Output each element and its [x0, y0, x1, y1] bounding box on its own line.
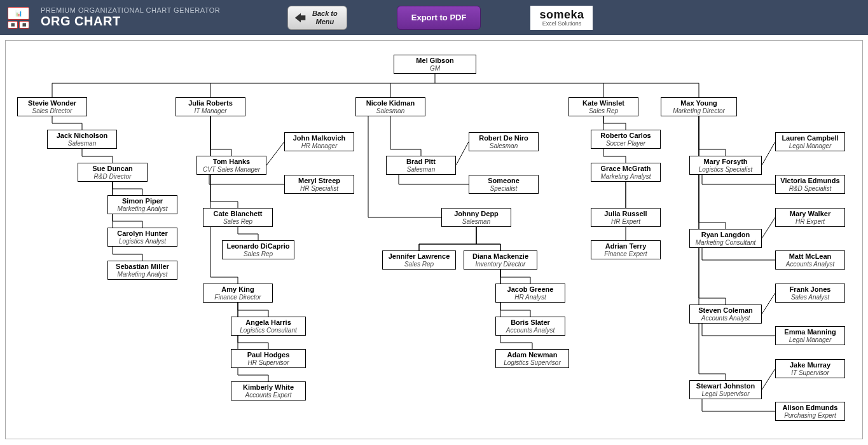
brand-logo: someka Excel Solutions [530, 6, 593, 30]
org-node[interactable]: SomeoneSpecialist [469, 175, 539, 194]
svg-line-96 [762, 293, 775, 314]
node-role: HR Expert [594, 218, 658, 226]
node-name: Leonardo DiCaprio [225, 242, 291, 250]
org-node[interactable]: Steven ColemanAccounts Analyst [689, 305, 762, 324]
node-name: Johnny Depp [444, 210, 508, 218]
org-node[interactable]: Roberto CarlosSoccer Player [591, 130, 661, 149]
org-node[interactable]: Lauren CampbellLegal Manager [775, 132, 845, 151]
node-name: Roberto Carlos [594, 132, 658, 140]
node-role: Legal Manager [778, 336, 842, 344]
org-node[interactable]: Mary WalkerHR Expert [775, 208, 845, 227]
node-role: Soccer Player [594, 140, 658, 147]
org-node[interactable]: Sue DuncanR&D Director [78, 163, 148, 182]
node-name: Someone [472, 177, 535, 185]
node-name: Max Young [664, 99, 734, 107]
node-role: HR Supervisor [234, 359, 303, 367]
node-name: Steven Coleman [692, 306, 759, 315]
node-name: Jacob Greene [499, 285, 562, 294]
org-node[interactable]: Frank JonesSales Analyst [775, 284, 845, 303]
node-name: Kate Winslet [572, 99, 635, 107]
node-role: IT Manager [179, 107, 242, 115]
node-name: Robert De Niro [472, 134, 535, 142]
org-node[interactable]: Jacob GreeneHR Analyst [495, 284, 565, 303]
node-name: Boris Slater [499, 318, 562, 327]
svg-line-49 [456, 142, 469, 165]
org-node[interactable]: Stevie WonderSales Director [17, 97, 87, 116]
org-node[interactable]: Tom HanksCVT Sales Manager [196, 156, 266, 175]
org-node[interactable]: Sebastian MillerMarketing Analyst [107, 261, 177, 280]
node-name: Adam Newman [499, 351, 566, 359]
org-node[interactable]: Mary ForsythLogistics Specialist [689, 156, 762, 175]
org-node[interactable]: Kate WinsletSales Rep [568, 97, 638, 116]
logo-icon: ▦ [8, 21, 18, 29]
node-role: Accounts Analyst [499, 327, 562, 334]
node-role: R&D Director [81, 173, 144, 181]
org-node[interactable]: Brad PittSalesman [386, 156, 456, 175]
org-node[interactable]: Max YoungMarketing Director [661, 97, 737, 116]
header-title: ORG CHART [41, 14, 276, 29]
node-name: Sebastian Miller [111, 263, 174, 271]
org-node[interactable]: Ryan LangdonMarketing Consultant [689, 229, 762, 248]
svg-line-25 [266, 142, 284, 165]
node-role: Marketing Director [664, 107, 734, 115]
brand-sub: Excel Solutions [542, 20, 582, 27]
org-node[interactable]: Victoria EdmundsR&D Specialist [775, 175, 845, 194]
node-role: Sales Rep [385, 261, 453, 268]
node-name: Grace McGrath [594, 165, 658, 173]
node-role: Sales Analyst [778, 294, 842, 301]
org-node[interactable]: Angela HarrisLogistics Consultant [231, 317, 306, 336]
org-node[interactable]: Adam NewmanLogistics Supervisor [495, 349, 569, 368]
node-role: HR Expert [778, 218, 842, 226]
logo-icon: ▦ [19, 21, 29, 29]
org-node[interactable]: Boris SlaterAccounts Analyst [495, 317, 565, 336]
org-node[interactable]: Jennifer LawrenceSales Rep [382, 250, 456, 270]
node-role: Logistics Analyst [111, 238, 174, 245]
org-node[interactable]: Robert De NiroSalesman [469, 132, 539, 151]
node-name: Meryl Streep [287, 177, 351, 185]
node-name: Mary Walker [778, 210, 842, 218]
org-node[interactable]: Leonardo DiCaprioSales Rep [222, 240, 294, 259]
org-node[interactable]: Jake MurrayIT Supervisor [775, 359, 845, 378]
node-name: Brad Pitt [389, 158, 453, 166]
node-name: Angela Harris [234, 318, 303, 327]
org-node[interactable]: Carolyn HunterLogistics Analyst [107, 228, 177, 247]
node-role: Logistics Supervisor [499, 359, 566, 367]
node-role: Marketing Analyst [111, 205, 174, 213]
org-node[interactable]: Johnny DeppSalesman [441, 208, 511, 227]
back-to-menu-button[interactable]: Back to Menu [287, 6, 347, 30]
node-name: Jennifer Lawrence [385, 252, 453, 261]
header-subtitle: PREMIUM ORGANIZATIONAL CHART GENERATOR [41, 6, 276, 14]
node-name: Jake Murray [778, 361, 842, 369]
org-node[interactable]: Julia RussellHR Expert [591, 208, 661, 227]
org-node[interactable]: Simon PiperMarketing Analyst [107, 195, 177, 214]
org-node[interactable]: Mel GibsonGM [394, 55, 476, 74]
org-node[interactable]: Kimberly WhiteAccounts Expert [231, 381, 306, 400]
node-name: Frank Jones [778, 285, 842, 294]
node-role: Purchasing Expert [778, 412, 842, 420]
node-role: Specialist [472, 185, 535, 193]
node-role: CVT Sales Manager [200, 166, 263, 174]
org-node[interactable]: Diana MackenzieInventory Director [464, 250, 537, 270]
org-node[interactable]: John MalkovichHR Manager [284, 132, 354, 151]
node-role: Finance Director [206, 294, 270, 301]
node-role: Logistics Specialist [692, 166, 759, 174]
org-node[interactable]: Nicole KidmanSalesman [355, 97, 425, 116]
node-name: Paul Hodges [234, 351, 303, 359]
org-node[interactable]: Stewart JohnstonLegal Supervisor [689, 380, 762, 399]
org-node[interactable]: Emma ManningLegal Manager [775, 326, 845, 345]
node-role: HR Analyst [499, 294, 562, 301]
org-node[interactable]: Grace McGrathMarketing Analyst [591, 163, 661, 182]
org-node[interactable]: Matt McLeanAccounts Analyst [775, 250, 845, 270]
logo-icon: 📊 [8, 7, 29, 20]
node-name: Lauren Campbell [778, 134, 842, 142]
org-node[interactable]: Jack NicholsonSalesman [47, 130, 117, 149]
org-node[interactable]: Adrian TerryFinance Expert [591, 240, 661, 259]
org-node[interactable]: Julia RobertsIT Manager [176, 97, 245, 116]
org-node[interactable]: Alison EdmundsPurchasing Expert [775, 402, 845, 421]
org-node[interactable]: Cate BlanchettSales Rep [203, 208, 273, 227]
org-node[interactable]: Paul HodgesHR Supervisor [231, 349, 306, 368]
node-role: R&D Specialist [778, 185, 842, 193]
org-node[interactable]: Amy KingFinance Director [203, 284, 273, 303]
export-pdf-button[interactable]: Export to PDF [397, 6, 481, 30]
org-node[interactable]: Meryl StreepHR Specialist [284, 175, 354, 194]
